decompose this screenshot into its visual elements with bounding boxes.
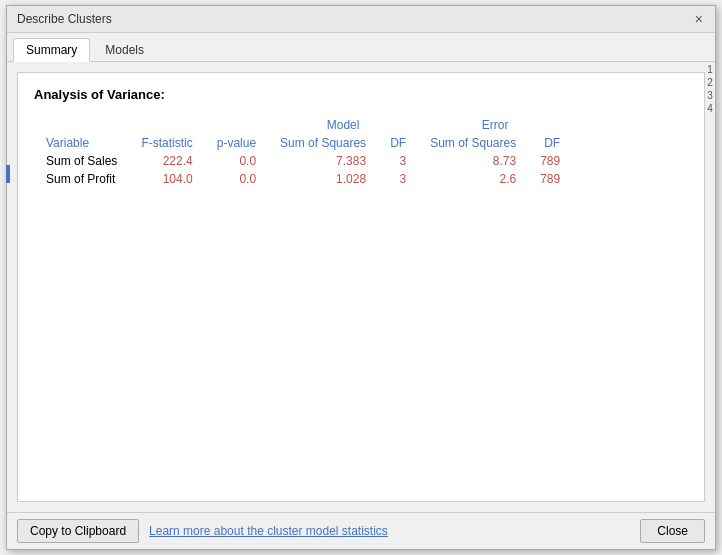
cell-error-sos-1: 2.6 <box>418 170 528 188</box>
th-fstat: F-statistic <box>129 134 204 152</box>
dialog-title: Describe Clusters <box>17 12 112 26</box>
learn-more-link[interactable]: Learn more about the cluster model stati… <box>149 524 388 538</box>
cell-error-df-0: 789 <box>528 152 572 170</box>
th-variable: Variable <box>34 134 129 152</box>
group-header-error: Error <box>418 116 572 134</box>
footer-left: Copy to Clipboard Learn more about the c… <box>17 519 388 543</box>
cell-error-sos-0: 8.73 <box>418 152 528 170</box>
th-model-sos: Sum of Squares <box>268 134 378 152</box>
table-row: Sum of Sales 222.4 0.0 7.383 3 8.73 789 <box>34 152 572 170</box>
col-header-variable <box>34 116 129 134</box>
cell-variable-0: Sum of Sales <box>34 152 129 170</box>
cell-model-df-0: 3 <box>378 152 418 170</box>
th-error-df: DF <box>528 134 572 152</box>
side-number-2: 2 <box>707 77 713 88</box>
tab-bar: Summary Models <box>7 33 715 62</box>
left-marker <box>6 165 10 183</box>
cell-pvalue-1: 0.0 <box>205 170 268 188</box>
cell-fstat-0: 222.4 <box>129 152 204 170</box>
analysis-box: Analysis of Variance: Model Error Variab… <box>17 72 705 502</box>
cell-fstat-1: 104.0 <box>129 170 204 188</box>
analysis-title: Analysis of Variance: <box>34 87 688 102</box>
cell-pvalue-0: 0.0 <box>205 152 268 170</box>
cell-variable-1: Sum of Profit <box>34 170 129 188</box>
close-button[interactable]: Close <box>640 519 705 543</box>
cell-model-sos-1: 1.028 <box>268 170 378 188</box>
cell-model-df-1: 3 <box>378 170 418 188</box>
cell-model-sos-0: 7.383 <box>268 152 378 170</box>
side-number-3: 3 <box>707 90 713 101</box>
side-number-1: 1 <box>707 64 713 75</box>
footer: Copy to Clipboard Learn more about the c… <box>7 512 715 549</box>
tab-summary[interactable]: Summary <box>13 38 90 62</box>
title-close-button[interactable]: × <box>693 12 705 26</box>
content-area: Analysis of Variance: Model Error Variab… <box>7 62 715 512</box>
group-header-model: Model <box>268 116 418 134</box>
th-model-df: DF <box>378 134 418 152</box>
tab-models[interactable]: Models <box>92 38 157 62</box>
side-numbers: 1 2 3 4 <box>704 60 716 510</box>
copy-clipboard-button[interactable]: Copy to Clipboard <box>17 519 139 543</box>
col-header-fstat <box>129 116 204 134</box>
title-bar: Describe Clusters × <box>7 6 715 33</box>
th-pvalue: p-value <box>205 134 268 152</box>
col-header-pvalue <box>205 116 268 134</box>
cell-error-df-1: 789 <box>528 170 572 188</box>
anova-table: Model Error Variable F-statistic p-value… <box>34 116 572 188</box>
th-error-sos: Sum of Squares <box>418 134 528 152</box>
table-row: Sum of Profit 104.0 0.0 1.028 3 2.6 789 <box>34 170 572 188</box>
side-number-4: 4 <box>707 103 713 114</box>
